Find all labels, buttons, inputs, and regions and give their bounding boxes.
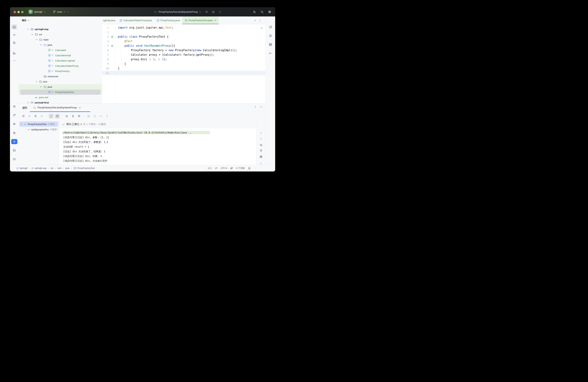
- project-widget[interactable]: S Spring6: [29, 7, 46, 17]
- coverage-report-button[interactable]: [98, 114, 103, 119]
- tab-options-icon[interactable]: [258, 19, 261, 22]
- sort-by-duration-button[interactable]: [64, 114, 69, 119]
- tree-item-main[interactable]: main: [19, 37, 102, 42]
- chevron-down-icon[interactable]: [40, 86, 42, 88]
- code-line-6[interactable]: 6 ProxyFactory factory = new ProxyFactor…: [102, 48, 265, 53]
- chevron-down-icon[interactable]: [35, 38, 38, 41]
- print-button[interactable]: [260, 155, 262, 158]
- debug-button[interactable]: [212, 10, 215, 13]
- tool-window-run-button[interactable]: [11, 139, 17, 144]
- breadcrumb-item-ProxyFactoryTest[interactable]: CProxyFactoryTest: [74, 167, 95, 170]
- code-line-3[interactable]: 3public class ProxyFactoryTest {: [102, 35, 265, 39]
- collapse-all-button[interactable]: [70, 114, 75, 119]
- tool-window-ai-assistant-button[interactable]: [268, 33, 273, 38]
- breadcrumb-item-spring6-aop[interactable]: spring6-aop: [31, 167, 46, 170]
- hide-panel-button[interactable]: [260, 105, 262, 108]
- close-icon[interactable]: ✕: [79, 106, 81, 109]
- tool-window-more-button[interactable]: [12, 58, 17, 63]
- scroll-down-button[interactable]: [260, 137, 262, 140]
- code-line-7[interactable]: 7 Calculator proxy = (Calculator) factor…: [102, 53, 265, 57]
- test-node-testDynamicProxy[interactable]: testDynamicProxy13毫秒: [19, 127, 58, 132]
- tree-item-java[interactable]: java: [19, 84, 102, 90]
- unlock-icon[interactable]: [248, 167, 251, 170]
- chevron-down-icon[interactable]: [40, 44, 42, 46]
- stop-button[interactable]: [39, 114, 44, 119]
- tool-window-database-button[interactable]: [268, 42, 273, 47]
- chevron-down-icon[interactable]: [20, 123, 23, 125]
- screenshot-button[interactable]: [86, 114, 91, 119]
- tree-item-spring6-aop[interactable]: spring6-aop: [19, 27, 102, 32]
- tool-window-notifications-button[interactable]: [268, 25, 273, 30]
- tool-window-problems-button[interactable]: [12, 157, 17, 162]
- chevron-right-icon[interactable]: [27, 101, 29, 103]
- tree-item-test[interactable]: test: [19, 79, 102, 84]
- chevron-down-icon[interactable]: [27, 19, 30, 22]
- close-window-button[interactable]: [14, 11, 16, 13]
- editor-tab-ogImpl.java[interactable]: ogImpl.java: [102, 17, 117, 24]
- chevron-down-icon[interactable]: [31, 33, 34, 36]
- tree-item-pom.xml[interactable]: mpom.xml: [19, 95, 102, 100]
- editor-tab-ProxyFactory.java[interactable]: CProxyFactory.java: [154, 17, 182, 24]
- soft-wrap-button[interactable]: [260, 144, 262, 147]
- more-button[interactable]: [105, 114, 109, 119]
- tool-window-structure-button[interactable]: [12, 51, 17, 56]
- import-tests-button[interactable]: [92, 114, 97, 119]
- editor-tab-ProxyFactoryTest.java[interactable]: CProxyFactoryTest.java✕: [182, 17, 219, 24]
- run-configuration-name[interactable]: ProxyFactoryTest.testDynamicProxy: [159, 11, 198, 13]
- test-history-button[interactable]: [77, 114, 82, 119]
- more-run-options-button[interactable]: [218, 11, 221, 13]
- tool-window-build-button[interactable]: [12, 113, 17, 117]
- zoom-window-button[interactable]: [21, 11, 23, 13]
- rerun-button[interactable]: [21, 114, 26, 119]
- run-with-coverage-button[interactable]: [27, 114, 32, 119]
- tree-item-java[interactable]: java: [19, 42, 102, 48]
- tree-item-ProxyFactory[interactable]: CProxyFactory: [19, 69, 102, 74]
- tool-window-terminal-button[interactable]: [12, 148, 17, 153]
- console-output[interactable]: /Users/codermast/Library/Java/JavaVirtua…: [59, 128, 256, 163]
- code-with-me-button[interactable]: [253, 10, 256, 13]
- status-encoding[interactable]: UTF-8: [221, 167, 227, 170]
- run-button[interactable]: [205, 10, 208, 13]
- editor-tab-CalculatorStaticProxy.java[interactable]: CCalculatorStaticProxy.java: [117, 17, 154, 24]
- breadcrumb-item-Spring6[interactable]: Spring6: [16, 167, 27, 170]
- breadcrumb-item-test[interactable]: test: [58, 167, 61, 170]
- tool-window-maven-button[interactable]: m: [268, 50, 273, 56]
- tool-window-commit-button[interactable]: [12, 32, 17, 38]
- chevron-down-icon[interactable]: [35, 80, 38, 83]
- show-passed-button[interactable]: [49, 114, 54, 119]
- scroll-to-end-button[interactable]: [260, 149, 262, 152]
- code-editor[interactable]: 1import org.junit.jupiter.api.Test;23pub…: [102, 24, 265, 103]
- close-icon[interactable]: ✕: [214, 19, 216, 22]
- tree-item-CalculatorLogImpl[interactable]: CCalculatorLogImpl: [19, 58, 102, 63]
- tool-window-services-button[interactable]: [12, 130, 17, 135]
- breadcrumb-item-src[interactable]: src: [50, 167, 54, 170]
- code-line-2[interactable]: 2: [102, 30, 265, 35]
- rerun-failed-tests-button[interactable]: [33, 114, 38, 119]
- run-gutter-icon[interactable]: [111, 36, 113, 38]
- search-everywhere-button[interactable]: [260, 10, 264, 13]
- tree-item-spring6-first[interactable]: spring6-first: [19, 100, 102, 103]
- status-indent[interactable]: 4 个空格: [236, 167, 245, 170]
- breadcrumb-item-java[interactable]: java: [65, 167, 69, 170]
- status-line-separator[interactable]: LF: [215, 167, 218, 170]
- run-gutter-icon[interactable]: [111, 44, 113, 47]
- minimize-window-button[interactable]: [17, 11, 20, 13]
- show-ignored-button[interactable]: [55, 114, 60, 119]
- code-line-5[interactable]: 5 public void testDynamicProxy(){: [102, 44, 265, 48]
- tree-item-CalculatorImpl[interactable]: CCalculatorImpl: [19, 53, 102, 58]
- code-line-9[interactable]: 9 }: [102, 62, 265, 66]
- code-line-1[interactable]: 1import org.junit.jupiter.api.Test;: [102, 25, 265, 30]
- code-line-4[interactable]: 4 @Test: [102, 39, 265, 44]
- highlighting-level-icon[interactable]: [230, 167, 233, 170]
- tool-window-project-button[interactable]: [12, 24, 17, 29]
- run-panel-options-button[interactable]: [254, 105, 257, 108]
- tree-item-src[interactable]: src: [19, 32, 102, 37]
- tree-item-resources[interactable]: resources: [19, 74, 102, 79]
- chevron-down-icon[interactable]: [27, 28, 29, 30]
- code-line-11[interactable]: 11: [102, 71, 265, 75]
- tool-window-pull-requests-button[interactable]: [12, 40, 17, 45]
- tree-item-ProxyFactoryTest[interactable]: CProxyFactoryTest: [19, 90, 102, 95]
- run-tab[interactable]: ProxyFactoryTest.testDynamicProxy ✕: [33, 104, 81, 112]
- tree-item-Calculator[interactable]: ICalculator: [19, 48, 102, 53]
- chevron-down-icon[interactable]: [199, 11, 202, 13]
